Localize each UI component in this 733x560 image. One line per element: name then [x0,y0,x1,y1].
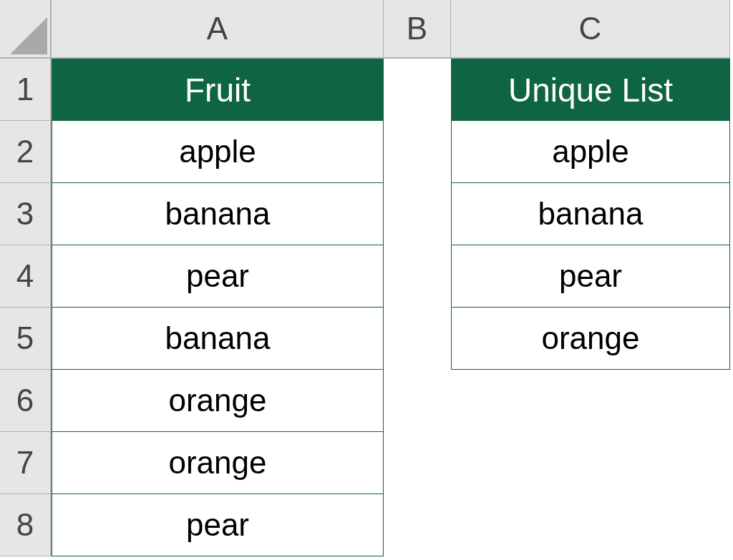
cell-c2[interactable]: apple [451,121,730,183]
row-header-3[interactable]: 3 [0,183,52,245]
cell-c1[interactable]: Unique List [451,59,730,121]
cell-b6[interactable] [384,370,451,432]
cell-c7[interactable] [451,432,730,494]
row-header-7[interactable]: 7 [0,432,52,494]
cell-c3[interactable]: banana [451,183,730,245]
cell-b7[interactable] [384,432,451,494]
cell-a1[interactable]: Fruit [52,59,384,121]
cell-b1[interactable] [384,59,451,121]
cell-a3[interactable]: banana [52,183,384,245]
cell-a4[interactable]: pear [52,245,384,308]
cell-c8[interactable] [451,494,730,556]
cell-c4[interactable]: pear [451,245,730,308]
cell-c5[interactable]: orange [451,308,730,370]
row-header-6[interactable]: 6 [0,370,52,432]
row-header-1[interactable]: 1 [0,59,52,121]
select-all-triangle-icon [10,17,47,54]
row-header-2[interactable]: 2 [0,121,52,183]
cell-a2[interactable]: apple [52,121,384,183]
column-header-a[interactable]: A [52,0,384,59]
cell-b8[interactable] [384,494,451,556]
select-all-corner[interactable] [0,0,52,59]
cell-b5[interactable] [384,308,451,370]
column-header-c[interactable]: C [451,0,730,59]
cell-b4[interactable] [384,245,451,308]
row-header-5[interactable]: 5 [0,308,52,370]
cell-a7[interactable]: orange [52,432,384,494]
spreadsheet-grid: A B C 1 Fruit Unique List 2 apple apple … [0,0,733,556]
cell-c6[interactable] [451,370,730,432]
cell-b3[interactable] [384,183,451,245]
row-header-8[interactable]: 8 [0,494,52,556]
cell-a6[interactable]: orange [52,370,384,432]
row-header-4[interactable]: 4 [0,245,52,308]
column-header-b[interactable]: B [384,0,451,59]
cell-a8[interactable]: pear [52,494,384,556]
cell-a5[interactable]: banana [52,308,384,370]
cell-b2[interactable] [384,121,451,183]
